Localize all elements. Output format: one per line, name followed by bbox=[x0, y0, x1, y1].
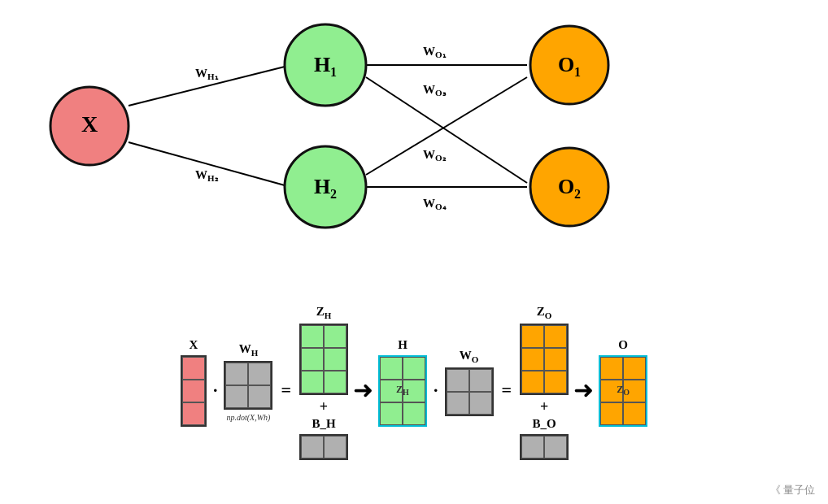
matrix-ops-section: X · WH np.dot(X,Wh) = ZH bbox=[0, 260, 828, 504]
wo4-label: WO₄ bbox=[423, 197, 447, 211]
bh-matrix-group: B_H bbox=[299, 417, 348, 460]
wh-matrix-group: WH np.dot(X,Wh) bbox=[224, 342, 272, 422]
zo-cell-3 bbox=[521, 348, 544, 371]
o-matrix-label: O bbox=[618, 338, 628, 352]
equals-2: = bbox=[502, 380, 512, 401]
zh-cell-3 bbox=[301, 348, 324, 371]
h-cell-3 bbox=[380, 380, 403, 402]
zo-cell-5 bbox=[521, 371, 544, 393]
wo-cell-3 bbox=[447, 392, 469, 415]
x-matrix bbox=[181, 355, 207, 427]
bo-matrix bbox=[520, 434, 569, 460]
o-matrix bbox=[599, 355, 647, 427]
o-cell-5 bbox=[600, 402, 623, 425]
zh-matrix bbox=[299, 324, 348, 395]
bo-label: B_O bbox=[532, 417, 556, 431]
zo-cell-2 bbox=[544, 325, 567, 348]
zo-cell-4 bbox=[544, 348, 567, 371]
plus-sign-1: + bbox=[320, 398, 328, 415]
bh-label: B_H bbox=[312, 417, 335, 431]
wh-matrix-label: WH bbox=[239, 342, 259, 358]
zo-matrix bbox=[520, 324, 569, 395]
zo-matrix-label: ZO bbox=[537, 305, 552, 320]
h-cell-6 bbox=[403, 402, 425, 425]
plus-sign-2: + bbox=[540, 398, 548, 415]
svg-line-4 bbox=[366, 77, 527, 175]
bo-cell-1 bbox=[521, 436, 544, 458]
o-relu-container: O ZO bbox=[599, 338, 647, 427]
svg-line-3 bbox=[366, 77, 527, 183]
o-cell-1 bbox=[600, 357, 623, 380]
zo-cell-1 bbox=[521, 325, 544, 348]
h-relu-container: H ZH bbox=[378, 338, 427, 427]
bh-cell-1 bbox=[301, 436, 324, 458]
wh1-label: WH₁ bbox=[195, 67, 219, 81]
arrow-1: ➜ bbox=[353, 378, 373, 402]
wh-cell-4 bbox=[248, 385, 271, 408]
bh-cell-2 bbox=[324, 436, 346, 458]
bh-matrix bbox=[299, 434, 348, 460]
dot-operator-1: · bbox=[213, 380, 218, 401]
zo-matrix-group: ZO bbox=[520, 305, 569, 395]
h-matrix bbox=[378, 355, 427, 427]
wo-cell-2 bbox=[469, 369, 492, 392]
zh-col: ZH + B_H bbox=[299, 305, 348, 460]
wo2-label: WO₂ bbox=[423, 148, 447, 163]
wh2-label: WH₂ bbox=[195, 168, 219, 183]
bh-group: + B_H bbox=[299, 398, 348, 460]
zo-cell-6 bbox=[544, 371, 567, 393]
network-svg: WH₁ WH₂ WO₁ WO₃ WO₂ WO₄ X H1 H2 O1 O2 bbox=[0, 0, 828, 260]
h-cell-4 bbox=[403, 380, 425, 402]
o-cell-4 bbox=[623, 380, 646, 402]
x-matrix-label: X bbox=[190, 338, 198, 352]
bo-matrix-group: B_O bbox=[520, 417, 569, 460]
h-cell-2 bbox=[403, 357, 425, 380]
x-cell-3 bbox=[182, 402, 205, 425]
wh-cell-1 bbox=[225, 363, 248, 385]
np-dot-label: np.dot(X,Wh) bbox=[227, 413, 271, 422]
h-cell-5 bbox=[380, 402, 403, 425]
zh-matrix-group: ZH bbox=[299, 305, 348, 395]
h-cell-1 bbox=[380, 357, 403, 380]
bo-cell-2 bbox=[544, 436, 567, 458]
wo-cell-4 bbox=[469, 392, 492, 415]
zh-cell-6 bbox=[324, 371, 346, 393]
zo-col: ZO + B_O bbox=[520, 305, 569, 460]
wo-matrix bbox=[445, 367, 494, 416]
o-cell-3 bbox=[600, 380, 623, 402]
zh-cell-2 bbox=[324, 325, 346, 348]
zh-matrix-label: ZH bbox=[316, 305, 332, 320]
x-cell-2 bbox=[182, 380, 205, 402]
wh-matrix bbox=[224, 361, 272, 410]
o-cell-2 bbox=[623, 357, 646, 380]
zh-cell-4 bbox=[324, 348, 346, 371]
wo-matrix-label: WO bbox=[460, 349, 479, 364]
wo3-label: WO₃ bbox=[423, 83, 447, 98]
x-cell-1 bbox=[182, 357, 205, 380]
dot-operator-2: · bbox=[434, 380, 438, 401]
network-diagram-section: WH₁ WH₂ WO₁ WO₃ WO₂ WO₄ X H1 H2 O1 O2 bbox=[0, 0, 828, 260]
wo1-label: WO₁ bbox=[423, 45, 447, 59]
o-cell-6 bbox=[623, 402, 646, 425]
bo-group: + B_O bbox=[520, 398, 569, 460]
wo-cell-1 bbox=[447, 369, 469, 392]
wo-matrix-group: WO bbox=[445, 349, 494, 416]
x-matrix-group: X bbox=[181, 338, 207, 427]
node-x-label: X bbox=[81, 111, 98, 137]
zh-cell-5 bbox=[301, 371, 324, 393]
wh-cell-3 bbox=[225, 385, 248, 408]
zh-cell-1 bbox=[301, 325, 324, 348]
watermark: 《 量子位 bbox=[770, 483, 815, 497]
wh-cell-2 bbox=[248, 363, 271, 385]
arrow-2: ➜ bbox=[573, 378, 594, 402]
h-matrix-label: H bbox=[398, 338, 407, 352]
equals-1: = bbox=[281, 380, 291, 401]
